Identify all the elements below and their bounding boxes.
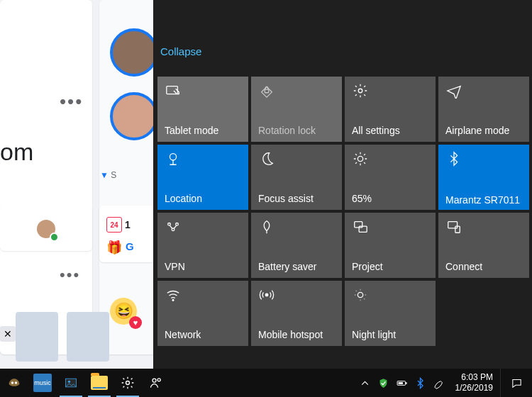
tile-label: Project	[352, 261, 430, 272]
tile-project[interactable]: Project	[345, 213, 436, 278]
tile-night-light[interactable]: Night light	[345, 281, 436, 346]
svg-point-19	[126, 381, 130, 385]
calendar-icon: 24	[106, 217, 122, 233]
tile-label: Marantz SR7011	[445, 194, 523, 206]
bluetooth-icon	[445, 150, 462, 167]
svg-rect-10	[448, 222, 458, 228]
action-center-panel: Collapse Tablet mode Rotation lock All s…	[153, 0, 532, 369]
tile-bluetooth[interactable]: Marantz SR7011	[438, 145, 529, 210]
system-tray: 6:03 PM 1/26/2019	[356, 369, 532, 397]
tile-label: Tablet mode	[165, 125, 243, 136]
tile-airplane-mode[interactable]: Airplane mode	[438, 77, 529, 142]
svg-point-14	[358, 292, 362, 297]
gimp-icon	[7, 376, 21, 390]
tile-label: 65%	[352, 193, 430, 204]
thumbnail-2[interactable]	[67, 312, 109, 362]
thumbnail-row	[16, 312, 109, 362]
rotation-lock-icon	[258, 82, 275, 99]
tile-network[interactable]: Network	[157, 281, 248, 346]
svg-rect-1	[265, 89, 269, 93]
svg-point-21	[157, 379, 160, 381]
bg-text-om: om	[0, 138, 33, 166]
tray-chevron-up[interactable]	[356, 369, 375, 397]
notifications-button[interactable]	[500, 369, 532, 397]
taskbar-app-settings[interactable]	[113, 369, 142, 397]
tile-label: Focus assist	[258, 193, 336, 204]
tile-focus-assist[interactable]: Focus assist	[251, 145, 342, 210]
tile-battery-saver[interactable]: Battery saver	[251, 213, 342, 278]
taskbar: music 6:03 PM 1/26/2019	[0, 369, 532, 397]
calendar-item[interactable]: 24 1	[106, 217, 131, 233]
thumbnail-1[interactable]	[16, 312, 58, 362]
tray-pen-icon[interactable]	[430, 369, 448, 397]
hotspot-icon	[258, 286, 275, 303]
tile-label: Night light	[352, 329, 430, 340]
tile-label: Rotation lock	[258, 125, 336, 136]
online-indicator-icon	[50, 233, 59, 242]
people-icon	[149, 376, 163, 390]
chevron-down-icon[interactable]: ▼ S	[100, 170, 116, 180]
tile-location[interactable]: Location	[157, 145, 248, 210]
svg-point-12	[172, 299, 174, 301]
night-light-icon	[352, 286, 369, 303]
tile-label: Battery saver	[258, 261, 336, 272]
svg-point-4	[358, 156, 362, 161]
clock-date: 1/26/2019	[455, 383, 493, 393]
tray-battery-icon[interactable]	[393, 369, 411, 397]
clock-time: 6:03 PM	[455, 372, 493, 383]
moon-icon	[258, 150, 275, 167]
project-icon	[352, 218, 369, 235]
tile-label: Mobile hotspot	[258, 329, 336, 340]
music-icon: music	[33, 374, 52, 392]
svg-point-2	[358, 89, 362, 93]
svg-point-15	[11, 381, 13, 384]
wifi-icon	[165, 286, 182, 303]
tile-tablet-mode[interactable]: Tablet mode	[157, 77, 248, 142]
tile-rotation-lock: Rotation lock	[251, 77, 342, 142]
tray-shield-icon[interactable]	[375, 369, 393, 397]
taskbar-app-music[interactable]: music	[28, 369, 57, 397]
heart-reaction-icon[interactable]: ♥	[129, 316, 142, 329]
brightness-icon	[352, 150, 369, 167]
photos-icon	[64, 376, 78, 390]
taskbar-app-photos[interactable]	[57, 369, 85, 397]
tray-bluetooth-icon[interactable]	[411, 369, 430, 397]
tile-label: All settings	[352, 125, 430, 136]
tile-label: VPN	[165, 261, 243, 272]
tile-all-settings[interactable]: All settings	[345, 77, 436, 142]
quick-actions-grid: Tablet mode Rotation lock All settings A…	[157, 77, 529, 346]
gear-icon	[121, 376, 135, 390]
menu-dots-icon-2[interactable]: •••	[60, 266, 80, 284]
tile-mobile-hotspot[interactable]: Mobile hotspot	[251, 281, 342, 346]
svg-point-16	[15, 381, 17, 384]
tile-label: Connect	[445, 261, 523, 272]
tablet-mode-icon	[165, 82, 182, 99]
bg-sidebar-card	[0, 0, 92, 354]
taskbar-app-gimp[interactable]	[0, 369, 28, 397]
leaf-icon	[258, 218, 275, 235]
folder-icon	[91, 376, 108, 390]
svg-point-5	[168, 223, 171, 226]
taskbar-people[interactable]	[142, 369, 170, 397]
gift-icon[interactable]: 🎁 G	[106, 240, 134, 255]
tile-brightness[interactable]: 65%	[345, 145, 436, 210]
connect-icon	[445, 218, 462, 235]
svg-point-13	[265, 293, 268, 296]
tile-label: Network	[165, 329, 243, 340]
tile-vpn[interactable]: VPN	[157, 213, 248, 278]
svg-rect-24	[399, 382, 403, 384]
menu-dots-icon[interactable]: •••	[60, 91, 83, 113]
svg-point-3	[170, 154, 176, 160]
story-avatar-2[interactable]	[110, 92, 158, 140]
svg-rect-23	[406, 382, 406, 384]
taskbar-clock[interactable]: 6:03 PM 1/26/2019	[448, 372, 500, 393]
svg-point-20	[153, 379, 156, 382]
close-button[interactable]: ✕	[0, 326, 16, 342]
taskbar-app-explorer[interactable]	[85, 369, 113, 397]
story-avatar-1[interactable]	[110, 28, 158, 77]
svg-point-18	[68, 381, 70, 383]
collapse-link[interactable]: Collapse	[160, 45, 201, 57]
tile-connect[interactable]: Connect	[438, 213, 529, 278]
vpn-icon	[165, 218, 182, 235]
airplane-icon	[445, 82, 462, 99]
